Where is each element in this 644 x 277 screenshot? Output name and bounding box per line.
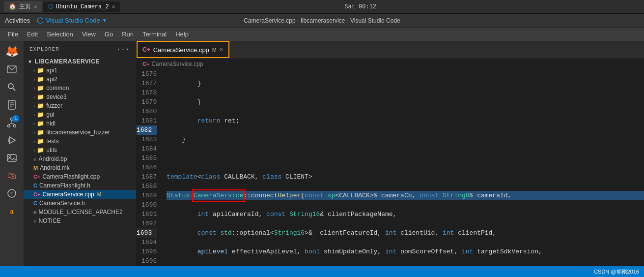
svg-line-12 xyxy=(12,123,15,125)
explorer-tree: ▼ LIBCAMERASERVICE › 📁 api1 › 📁 api2 › 📁… xyxy=(24,55,136,266)
vscode-tab[interactable]: ⬡ Ubuntu_Camera_2 ✕ xyxy=(43,1,120,12)
amazon-icon[interactable]: a xyxy=(3,203,20,219)
code-line-1685: apiLevel effectiveApiLevel, bool shimUpd… xyxy=(167,247,644,256)
file-camera-flashlight-h[interactable]: C CameraFlashlight.h xyxy=(24,181,136,190)
email-icon[interactable] xyxy=(3,61,20,78)
code-line-1686: /*out*/sp<CLIENT>& device) { xyxy=(167,266,644,266)
folder-fuzzer[interactable]: › 📁 fuzzer xyxy=(24,101,136,110)
activities-label[interactable]: Activities xyxy=(5,17,30,24)
run-debug-icon[interactable] xyxy=(3,132,20,149)
explorer-more-button[interactable]: ··· xyxy=(116,45,130,53)
folder-hidl-label: hidl xyxy=(46,120,56,127)
menu-help[interactable]: Help xyxy=(171,29,193,39)
help-icon[interactable]: ? xyxy=(3,185,20,202)
file-notice[interactable]: ≡ NOTICE xyxy=(24,216,136,225)
file-android-mk-label: Android.mk xyxy=(40,164,70,171)
folder-utils[interactable]: › 📁 utils xyxy=(24,146,136,154)
folder-utils-label: utils xyxy=(46,147,56,154)
menu-go[interactable]: Go xyxy=(101,29,117,39)
home-tab[interactable]: 🏠 主页 ✕ xyxy=(4,1,42,12)
code-content[interactable]: } } return ret; } template<class CALLBAC… xyxy=(162,69,644,266)
menu-file[interactable]: File xyxy=(4,29,22,39)
menu-edit[interactable]: Edit xyxy=(23,29,42,39)
code-line-1683: int apilCameraId, const String16& client… xyxy=(167,210,644,219)
shop-icon[interactable]: 🛍 xyxy=(3,167,20,184)
code-editor[interactable]: 1676 1677 1678 1679 1680 1681 1682 1683 … xyxy=(137,69,644,266)
svg-line-11 xyxy=(9,123,12,125)
camera-service-h-icon: C xyxy=(33,200,37,206)
folder-common-chevron: › xyxy=(33,86,35,91)
folder-hidl-icon: 📁 xyxy=(37,120,44,127)
svg-point-1 xyxy=(8,84,13,89)
folder-api1-icon: 📁 xyxy=(37,67,44,74)
folder-api2[interactable]: › 📁 api2 xyxy=(24,75,136,84)
file-module-license[interactable]: ≡ MODULE_LICENSE_APACHE2 xyxy=(24,208,136,216)
folder-hidl[interactable]: › 📁 hidl xyxy=(24,119,136,128)
code-line-1682: Status CameraService::connectHelper(cons… xyxy=(167,191,644,200)
folder-tests[interactable]: › 📁 tests xyxy=(24,137,136,146)
tab-close-button[interactable]: × xyxy=(220,46,223,53)
file-camera-service-h[interactable]: C CameraService.h xyxy=(24,199,136,208)
home-tab-label: 主页 xyxy=(19,2,31,11)
breadcrumb-filename: CameraService.cpp xyxy=(151,61,203,67)
module-license-icon: ≡ xyxy=(33,209,36,215)
folder-api1-chevron: › xyxy=(33,68,35,73)
folder-fuzzer-chevron: › xyxy=(33,103,35,109)
code-line-1684: const std::optional<String16>& clientFea… xyxy=(167,228,644,238)
status-bar-text: CSDN @胡刚2016 xyxy=(594,268,639,276)
vscode-tab-close[interactable]: ✕ xyxy=(112,3,115,10)
folder-api1-label: api1 xyxy=(46,67,57,74)
menu-terminal[interactable]: Terminal xyxy=(139,29,170,39)
code-line-1679: } xyxy=(167,135,644,144)
code-line-1678: return ret; xyxy=(167,116,644,125)
folder-common[interactable]: › 📁 common xyxy=(24,84,136,92)
camera-flashlight-h-icon: C xyxy=(33,183,37,188)
file-android-bp[interactable]: ≡ Android.bp xyxy=(24,154,136,163)
firefox-icon[interactable]: 🦊 xyxy=(3,43,20,60)
tab-filename: CameraService.cpp xyxy=(153,46,209,54)
svg-line-2 xyxy=(13,88,15,91)
folder-api2-chevron: › xyxy=(33,77,35,82)
explorer-header: EXPLORER ··· xyxy=(24,41,136,55)
explorer-root-folder[interactable]: ▼ LIBCAMERASERVICE xyxy=(24,57,136,66)
folder-api1[interactable]: › 📁 api1 xyxy=(24,66,136,75)
file-android-mk[interactable]: M Android.mk xyxy=(24,163,136,172)
home-tab-close[interactable]: ✕ xyxy=(34,3,37,10)
code-line-1676: } xyxy=(167,79,644,88)
svg-rect-15 xyxy=(7,154,16,161)
folder-device3[interactable]: › 📁 device3 xyxy=(24,92,136,101)
image-viewer-icon[interactable] xyxy=(3,150,20,166)
file-camera-flashlight-cpp[interactable]: C+ CameraFlashlight.cpp xyxy=(24,172,136,181)
home-icon: 🏠 xyxy=(9,3,16,10)
folder-utils-icon: 📁 xyxy=(37,147,44,154)
source-control-badge: 1 xyxy=(12,115,19,122)
explorer-panel: EXPLORER ··· ▼ LIBCAMERASERVICE › 📁 api1… xyxy=(24,41,137,266)
source-control-icon[interactable]: 1 xyxy=(3,114,20,131)
editor-tab-camera-service[interactable]: C+ CameraService.cpp M × xyxy=(137,41,229,58)
folder-gui[interactable]: › 📁 gui xyxy=(24,110,136,119)
folder-api2-label: api2 xyxy=(46,76,57,83)
folder-fuzzer2-chevron: › xyxy=(33,130,35,135)
menu-run[interactable]: Run xyxy=(118,29,138,39)
folder-fuzzer2[interactable]: › 📁 libcameraservice_fuzzer xyxy=(24,128,136,137)
folder-utils-chevron: › xyxy=(33,148,35,153)
folder-gui-icon: 📁 xyxy=(37,111,44,118)
android-bp-icon: ≡ xyxy=(33,156,36,162)
vscode-icon: ⬡ xyxy=(37,16,44,25)
tab-file-icon: C+ xyxy=(142,46,150,53)
folder-fuzzer-icon: 📁 xyxy=(37,102,44,109)
status-bar: CSDN @胡刚2016 xyxy=(0,266,644,277)
notes-icon[interactable] xyxy=(3,96,20,113)
editor-tabs: C+ CameraService.cpp M × xyxy=(137,41,644,59)
menu-view[interactable]: View xyxy=(78,29,100,39)
activities-bar: Activities ⬡ Visual Studio Code ▼ Camera… xyxy=(0,14,644,28)
file-camera-service-cpp[interactable]: C+ CameraService.cpp M xyxy=(24,190,136,199)
folder-common-label: common xyxy=(46,85,69,92)
vscode-title[interactable]: ⬡ Visual Studio Code ▼ xyxy=(37,16,107,25)
menu-selection[interactable]: Selection xyxy=(43,29,77,39)
file-android-bp-label: Android.bp xyxy=(38,155,67,162)
code-line-1677: } xyxy=(167,97,644,107)
folder-api2-icon: 📁 xyxy=(37,76,44,83)
search-sidebar-icon[interactable] xyxy=(3,79,20,95)
code-line-1680 xyxy=(167,154,644,163)
